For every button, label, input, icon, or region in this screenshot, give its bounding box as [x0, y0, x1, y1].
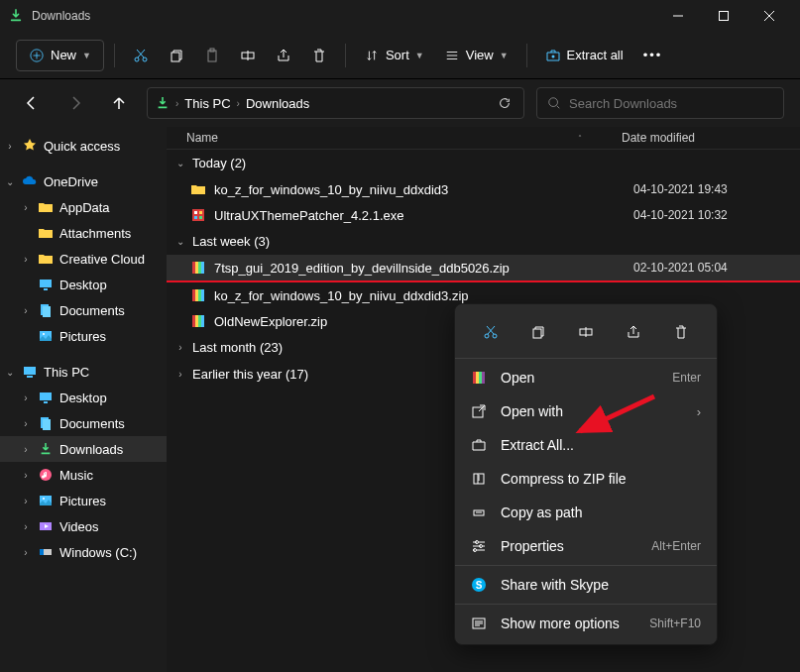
- paste-icon: [204, 48, 220, 63]
- ctx-delete-button[interactable]: [663, 316, 699, 348]
- chevron-icon: ›: [174, 342, 186, 353]
- svg-rect-15: [24, 367, 36, 375]
- column-name[interactable]: Name˄: [186, 131, 622, 145]
- sidebar-item-quick-access[interactable]: ›Quick access: [0, 133, 167, 159]
- rename-button[interactable]: [232, 40, 264, 71]
- ctx-show-more-options[interactable]: Show more optionsShift+F10: [455, 607, 717, 640]
- extract-all-button[interactable]: Extract all: [537, 40, 631, 71]
- more-button[interactable]: •••: [635, 40, 671, 71]
- pictures-icon: [38, 328, 54, 344]
- sidebar-item-appdata[interactable]: ›AppData: [0, 194, 167, 220]
- svg-rect-29: [194, 216, 197, 219]
- breadcrumb-item[interactable]: Downloads: [246, 96, 309, 111]
- ctx-share-button[interactable]: [616, 316, 651, 348]
- breadcrumb[interactable]: › This PC › Downloads: [147, 87, 524, 119]
- delete-button[interactable]: [303, 40, 335, 71]
- sidebar-item-label: OneDrive: [44, 174, 98, 189]
- svg-text:S: S: [476, 580, 483, 591]
- sidebar-item-attachments[interactable]: Attachments: [0, 220, 167, 246]
- chevron-icon: ›: [20, 305, 32, 316]
- ctx-open[interactable]: OpenEnter: [455, 361, 717, 394]
- file-name: UltraUXThemePatcher_4.2.1.exe: [214, 208, 626, 223]
- sidebar-item-windows-c-[interactable]: ›Windows (C:): [0, 539, 167, 565]
- ctx-copy-as-path[interactable]: Copy as path: [455, 496, 717, 529]
- chevron-down-icon: ▼: [415, 51, 424, 60]
- extract-icon: [471, 437, 487, 453]
- close-button[interactable]: [746, 0, 792, 32]
- separator: [455, 358, 717, 359]
- svg-rect-45: [201, 315, 204, 327]
- ctx-properties[interactable]: PropertiesAlt+Enter: [455, 529, 717, 563]
- sidebar-item-this-pc[interactable]: ⌄This PC: [0, 359, 167, 385]
- sidebar-item-downloads[interactable]: ›Downloads: [0, 436, 167, 462]
- breadcrumb-item[interactable]: This PC: [184, 96, 230, 111]
- ctx-share-with-skype[interactable]: SShare with Skype: [455, 568, 717, 602]
- sidebar-item-videos[interactable]: ›Videos: [0, 513, 167, 539]
- file-row[interactable]: 7tsp_gui_2019_edition_by_devillnside_ddb…: [167, 255, 800, 282]
- sidebar-item-creative-cloud[interactable]: ›Creative Cloud: [0, 246, 167, 272]
- svg-rect-0: [720, 12, 729, 21]
- ctx-label: Open with: [501, 403, 683, 419]
- up-button[interactable]: [103, 87, 135, 119]
- sort-button[interactable]: Sort ▼: [356, 40, 432, 71]
- ctx-rename-button[interactable]: [568, 316, 604, 348]
- file-row[interactable]: ko_z_for_windows_10_by_niivu_ddxdid304-1…: [167, 176, 800, 202]
- back-button[interactable]: [16, 87, 48, 119]
- minimize-button[interactable]: [655, 0, 701, 32]
- sidebar-item-onedrive[interactable]: ⌄OneDrive: [0, 168, 167, 194]
- copy-button[interactable]: [161, 40, 192, 71]
- sidebar-item-desktop[interactable]: Desktop: [0, 272, 167, 297]
- new-button[interactable]: New ▼: [16, 40, 104, 71]
- ctx-copy-button[interactable]: [520, 316, 556, 348]
- svg-rect-51: [473, 372, 476, 384]
- maximize-button[interactable]: [701, 0, 746, 32]
- group-header[interactable]: ⌄Last week (3): [167, 228, 800, 255]
- disk-icon: [38, 544, 54, 560]
- group-label: Last month (23): [192, 340, 283, 355]
- ctx-extract-all-[interactable]: Extract All...: [455, 428, 717, 462]
- shortcut: Alt+Enter: [651, 539, 701, 553]
- zip-icon: [190, 287, 206, 303]
- svg-point-22: [43, 498, 45, 500]
- ctx-label: Properties: [501, 538, 637, 554]
- svg-point-3: [143, 57, 147, 61]
- svg-rect-17: [40, 392, 52, 400]
- chevron-icon: ›: [20, 470, 32, 481]
- sidebar-item-documents[interactable]: ›Documents: [0, 297, 167, 323]
- search-box[interactable]: [536, 87, 784, 119]
- cloud-icon: [22, 173, 38, 189]
- view-button[interactable]: View ▼: [436, 40, 516, 71]
- ctx-open-with[interactable]: Open with›: [455, 394, 717, 428]
- separator: [455, 604, 717, 605]
- svg-rect-33: [195, 262, 198, 274]
- column-headers: Name˄ Date modified: [167, 127, 800, 150]
- search-input[interactable]: [569, 96, 773, 111]
- sidebar-item-label: Attachments: [59, 226, 131, 241]
- forward-button[interactable]: [59, 87, 91, 119]
- file-row[interactable]: UltraUXThemePatcher_4.2.1.exe04-10-2021 …: [167, 202, 800, 228]
- share-button[interactable]: [268, 40, 299, 71]
- group-header[interactable]: ⌄Today (2): [167, 150, 800, 176]
- skype-icon: S: [471, 577, 487, 593]
- column-date[interactable]: Date modified: [622, 131, 780, 145]
- sidebar-item-pictures[interactable]: ›Pictures: [0, 488, 167, 513]
- paste-button[interactable]: [196, 40, 228, 71]
- sidebar-item-documents[interactable]: ›Documents: [0, 410, 167, 436]
- sidebar-item-music[interactable]: ›Music: [0, 462, 167, 488]
- new-label: New: [51, 48, 76, 62]
- sidebar-item-label: AppData: [59, 200, 110, 215]
- sidebar-item-label: This PC: [44, 365, 89, 380]
- ctx-compress-to-zip-file[interactable]: Compress to ZIP file: [455, 462, 717, 496]
- sidebar-item-desktop[interactable]: ›Desktop: [0, 385, 167, 410]
- sidebar-item-pictures[interactable]: Pictures: [0, 323, 167, 349]
- group-label: Last week (3): [192, 234, 270, 249]
- sidebar-item-label: Pictures: [59, 329, 106, 344]
- cut-button[interactable]: [125, 40, 157, 71]
- ctx-cut-button[interactable]: [473, 316, 509, 348]
- file-date: 04-10-2021 10:32: [633, 208, 792, 222]
- svg-point-2: [135, 57, 139, 61]
- refresh-button[interactable]: [494, 92, 515, 114]
- rename-icon: [240, 48, 256, 63]
- shortcut: Enter: [672, 371, 701, 385]
- zip-icon: [190, 260, 206, 276]
